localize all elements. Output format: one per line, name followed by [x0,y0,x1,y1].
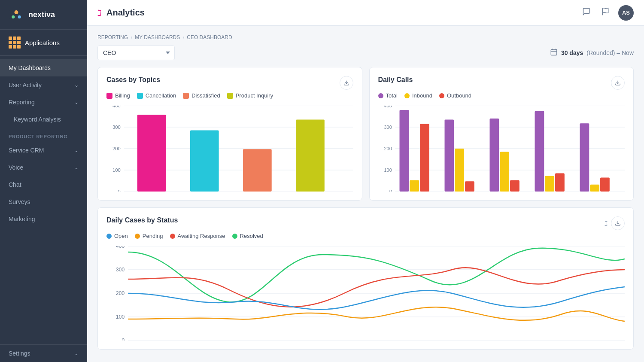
svg-point-0 [9,7,24,22]
avatar[interactable]: AS [618,5,634,21]
sidebar-item-my-dashboards[interactable]: My Dashboards [0,59,87,76]
header-left: ℷ Analytics [97,8,145,18]
header-right: AS [580,5,634,21]
svg-text:300: 300 [116,267,125,273]
chevron-icon: ⌄ [74,82,79,88]
svg-rect-51 [535,111,544,192]
daily-cases-svg: 400 300 200 100 0 Monday Tuesday [106,246,625,341]
legend-dot-awaiting [170,234,175,239]
sidebar-item-marketing[interactable]: Marketing [0,210,87,228]
cases-bar-chart: 400 300 200 100 0 Billing Cancellation [106,106,353,192]
chart-header-calls: Daily Calls [378,76,625,90]
svg-rect-44 [455,149,464,192]
chevron-icon: ⌄ [74,99,79,105]
chart-header-cases-status: Daily Cases by Status ℷ [106,216,625,230]
legend-inbound: Inbound [404,92,432,99]
page-title: Analytics [106,8,145,18]
breadcrumb-my-dashboards[interactable]: MY DASHBOARDS [135,34,180,40]
logo-text: nextiva [28,10,55,19]
svg-rect-26 [296,120,325,192]
svg-rect-20 [137,115,166,192]
daily-cases-line-chart: 400 300 200 100 0 Monday Tuesday [106,246,625,341]
breadcrumb: REPORTING › MY DASHBOARDS › CEO DASHBOAR… [97,34,634,40]
sidebar-item-chat[interactable]: Chat [0,176,87,193]
svg-text:300: 300 [112,125,121,130]
legend-total: Total [378,92,398,99]
flag-button[interactable] [599,6,611,20]
svg-rect-40 [410,180,419,192]
svg-rect-52 [545,176,554,192]
calls-bar-chart: 400 300 200 100 0 Monday [378,106,625,192]
calendar-icon [550,48,558,58]
daily-cases-download-button[interactable] [611,216,625,230]
date-range-value: 30 days [561,49,583,56]
sidebar-item-settings[interactable]: Settings ⌄ [0,345,87,362]
daily-calls-title: Daily Calls [378,76,413,84]
legend-resolved: Resolved [232,233,263,239]
legend-dot-inbound [404,93,410,98]
legend-dot-pending [135,234,140,239]
svg-text:200: 200 [112,146,121,151]
svg-rect-39 [399,110,409,192]
sidebar-item-reporting[interactable]: Reporting ⌄ [0,94,87,111]
calls-chart-actions [611,76,625,90]
content-area: REPORTING › MY DASHBOARDS › CEO DASHBOAR… [87,26,644,362]
svg-text:100: 100 [116,314,125,320]
svg-rect-41 [420,124,429,192]
sidebar-item-user-activity[interactable]: User Activity ⌄ [0,76,87,94]
daily-cases-card: Daily Cases by Status ℷ Open Pending [97,207,634,350]
logo-area: nextiva [0,0,87,30]
cases-legend: Billing Cancellation Dissatisfied Produc… [106,92,353,99]
legend-dissatisfied: Dissatisfied [183,92,220,99]
date-range-suffix: (Rounded) – Now [586,49,634,56]
applications-label: Applications [25,39,60,46]
legend-product-inquiry: Product Inquiry [227,92,273,99]
svg-rect-24 [243,149,272,192]
svg-text:300: 300 [384,125,392,130]
sidebar-item-service-crm[interactable]: Service CRM ⌄ [0,142,87,159]
svg-text:400: 400 [384,106,392,108]
legend-dot-product-inquiry [227,93,233,99]
svg-rect-43 [444,120,454,192]
svg-rect-56 [590,185,599,192]
legend-cancellation: Cancellation [137,92,176,99]
svg-text:0: 0 [389,189,392,192]
legend-outbound: Outbound [439,92,471,99]
svg-rect-47 [489,119,499,192]
sidebar-nav: My Dashboards User Activity ⌄ Reporting … [0,56,87,344]
main-content: ℷ Analytics AS REPORTING › MY DASHBOARDS… [87,0,644,362]
legend-dot-resolved [232,234,237,239]
chart-header-cases: Cases by Topics [106,76,353,90]
legend-awaiting-response: Awaiting Response [170,233,225,239]
svg-text:400: 400 [116,246,125,249]
legend-dot-open [106,234,112,239]
breadcrumb-ceo-dashboard: CEO DASHBOARD [187,34,232,40]
svg-rect-55 [580,123,589,192]
svg-text:0: 0 [122,338,125,341]
calls-legend: Total Inbound Outbound [378,92,625,99]
dashboard-select[interactable]: CEO [97,46,175,60]
chat-button[interactable] [580,6,592,20]
sidebar-item-surveys[interactable]: Surveys [0,193,87,210]
svg-rect-49 [510,180,519,192]
svg-text:400: 400 [112,106,121,108]
cases-download-button[interactable] [340,76,353,90]
cases-chart-svg: 400 300 200 100 0 Billing Cancellation [106,106,353,192]
cases-status-actions: ℷ [605,216,625,230]
svg-text:100: 100 [112,167,121,173]
svg-rect-48 [500,152,509,192]
svg-point-1 [15,10,18,14]
calls-chart-svg: 400 300 200 100 0 Monday [378,106,625,192]
sidebar-item-voice[interactable]: Voice ⌄ [0,159,87,176]
breadcrumb-reporting[interactable]: REPORTING [97,34,128,40]
daily-calls-card: Daily Calls Total Inbound [369,67,634,201]
cases-by-topics-title: Cases by Topics [106,76,160,84]
line-chart-icon: ℷ [605,219,608,228]
applications-menu[interactable]: Applications [0,30,87,56]
legend-open: Open [106,233,128,239]
legend-dot-outbound [439,93,444,98]
cases-chart-actions [340,76,353,90]
svg-text:200: 200 [116,290,125,296]
calls-download-button[interactable] [611,76,625,90]
sidebar-item-keyword-analysis[interactable]: Keyword Analysis [0,111,87,128]
